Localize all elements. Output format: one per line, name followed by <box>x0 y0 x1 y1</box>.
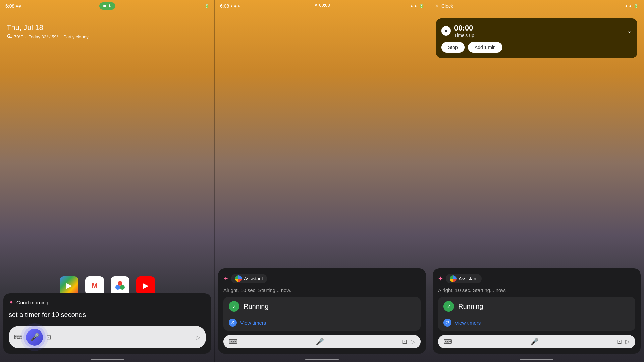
panel2-battery: 🔋 <box>419 4 424 8</box>
panel2-center-timer: ✕ 00:08 <box>314 3 330 8</box>
timer-chevron-icon[interactable]: ⌄ <box>627 27 632 35</box>
gmail-letter: M <box>92 281 98 290</box>
panel3-battery: 🔋 <box>634 4 639 8</box>
timer-x-circle: ✕ <box>441 26 451 36</box>
weather-dot2: · <box>60 34 62 39</box>
panel2-mic-wrapper: 🎤 <box>241 338 399 346</box>
panel3-wifi: ▲▲ <box>624 4 632 8</box>
panel2-mic-icon[interactable]: 🎤 <box>316 338 324 346</box>
panel2-icons: ● ◈ ⬇ <box>230 4 240 8</box>
panel3-google-icon <box>450 275 457 282</box>
panel3-assistant-text: Alright, 10 sec. Starting... now. <box>438 287 635 293</box>
panel3-view-timers-row[interactable]: ⏱ View timers <box>443 319 630 327</box>
panel2-home-bar[interactable] <box>305 359 339 360</box>
panel3-screenshot-icon[interactable]: ⊡ <box>617 338 622 345</box>
panel3-assistant-card: ✦ Assistant Alright, 10 sec. Starting...… <box>433 268 641 354</box>
timer-notification: ✕ 00:00 Time's up ⌄ Stop Add 1 min <box>436 18 637 58</box>
weather-info: 🌤 70°F · Today 82° / 59° · Partly cloudy <box>7 34 89 40</box>
panel-3: ✕ Clock ▲▲ 🔋 ✕ 00:00 Time's up ⌄ Sto <box>429 0 644 362</box>
panel1-signal-icon: ● <box>16 4 18 8</box>
gm-header: ✦ Good morning <box>9 299 206 306</box>
panel2-running-label: Running <box>244 303 269 310</box>
panel3-running-box: ✓ Running ⏱ View timers <box>438 297 635 331</box>
panel2-keyboard-icon[interactable]: ⌨ <box>229 338 237 345</box>
timer-display-time: 00:00 <box>454 24 474 33</box>
panel3-check-icon: ✓ <box>443 301 454 312</box>
timer-notif-buttons: Stop Add 1 min <box>441 42 632 53</box>
panel2-assistant-header: ✦ Assistant <box>223 274 421 283</box>
panel3-assistant-header: ✦ Assistant <box>438 274 635 283</box>
sparkle-icon: ✦ <box>9 299 14 306</box>
panel1-time: 6:08 <box>5 3 14 9</box>
add-minute-button[interactable]: Add 1 min <box>468 42 502 53</box>
panel2-view-timers-row[interactable]: ⏱ View timers <box>229 319 415 327</box>
panel2-time: 6:08 <box>220 3 229 9</box>
panel1-input-bar: ⌨ 🎤 ⊡ ▷ <box>9 326 206 348</box>
panel2-clock-icon: ⏱ <box>229 319 237 327</box>
weather-forecast: Today 82° / 59° <box>29 34 58 39</box>
panel2-status-bar: 6:08 ● ◈ ⬇ ✕ 00:08 ▲▲ 🔋 <box>215 0 429 12</box>
panel2-check-icon: ✓ <box>229 301 239 312</box>
panel3-status-icons: ▲▲ 🔋 <box>624 4 639 8</box>
photos-icon[interactable] <box>111 276 129 295</box>
timer-x-symbol: ✕ <box>314 3 318 8</box>
panel2-assistant-text: Alright, 10 sec. Starting... now. <box>223 287 421 293</box>
photos-svg <box>114 280 126 291</box>
svg-point-0 <box>118 281 122 286</box>
panel1-keyboard-icon[interactable]: ⌨ <box>14 334 23 341</box>
stop-button[interactable]: Stop <box>441 42 465 53</box>
panel2-running-box: ✓ Running ⏱ View timers <box>223 297 421 331</box>
weather-widget: Thu, Jul 18 🌤 70°F · Today 82° / 59° · P… <box>7 23 89 40</box>
panel3-mic-icon[interactable]: 🎤 <box>530 338 539 346</box>
panel3-input-bar: ⌨ 🎤 ⊡ ▷ <box>438 335 635 348</box>
panel2-google-icon <box>235 275 242 282</box>
green-pill-dot <box>103 5 106 7</box>
panel1-status-icons: 🔋 <box>204 4 209 8</box>
panel3-send-icon[interactable]: ▷ <box>625 338 630 345</box>
timer-time-info: 00:00 Time's up <box>454 24 474 38</box>
panel2-running-row: ✓ Running <box>229 301 415 315</box>
panel2-wifi: ▲▲ <box>410 4 418 8</box>
panel1-send-icon[interactable]: ▷ <box>196 334 201 341</box>
app-icons-row: ▶ M ▶ <box>0 276 215 295</box>
panel1-wifi-icon: ◈ <box>18 4 21 8</box>
timer-notif-left: ✕ 00:00 Time's up <box>441 24 474 38</box>
youtube-play: ▶ <box>143 281 149 290</box>
youtube-icon[interactable]: ▶ <box>136 276 155 295</box>
panel1-mic-animated[interactable]: 🎤 <box>26 329 43 346</box>
panel1-status-bar: 6:08 ● ◈ ⬇ 🔋 <box>0 0 215 12</box>
gm-query-text: set a timer for 10 seconds <box>9 310 206 319</box>
panel3-running-row: ✓ Running <box>443 301 630 315</box>
panel3-view-timers-text: View timers <box>455 320 481 326</box>
panel2-send-icon[interactable]: ▷ <box>411 338 415 345</box>
mic-symbol: 🎤 <box>30 333 39 342</box>
panel3-running-label: Running <box>458 303 483 310</box>
download-icon: ⬇ <box>108 4 111 8</box>
panel3-keyboard-icon[interactable]: ⌨ <box>443 338 452 345</box>
panel2-screenshot-icon[interactable]: ⊡ <box>402 338 407 345</box>
panel1-screenshot-icon[interactable]: ⊡ <box>46 334 51 341</box>
panel3-home-bar[interactable] <box>520 359 553 360</box>
panel2-assistant-badge: Assistant <box>231 274 267 283</box>
panel1-divider <box>214 0 215 362</box>
panel3-clock-icon: ⏱ <box>443 319 451 327</box>
timer-notif-header: ✕ 00:00 Time's up ⌄ <box>441 24 632 38</box>
weather-date: Thu, Jul 18 <box>7 23 89 32</box>
panel3-sparkle-icon: ✦ <box>438 275 443 282</box>
panel1-home-bar[interactable] <box>91 359 124 360</box>
panel3-assistant-badge: Assistant <box>446 274 482 283</box>
panel3-clock-name: Clock <box>441 3 453 9</box>
panel-2: 6:08 ● ◈ ⬇ ✕ 00:08 ▲▲ 🔋 ✦ Assistant Alri… <box>215 0 429 362</box>
battery-icon: 🔋 <box>204 4 209 8</box>
panel-1: 6:08 ● ◈ ⬇ 🔋 Thu, Jul 18 🌤 70°F · Today … <box>0 0 215 362</box>
play-store-icon[interactable]: ▶ <box>60 276 78 295</box>
weather-temp: 70°F <box>14 34 23 39</box>
gmail-icon[interactable]: M <box>85 276 104 295</box>
panel2-view-timers-text: View timers <box>240 320 266 326</box>
good-morning-card: ✦ Good morning set a timer for 10 second… <box>3 293 211 354</box>
weather-dot: · <box>25 34 27 39</box>
panel3-assistant-name: Assistant <box>459 276 478 281</box>
timer-times-up-label: Time's up <box>454 33 474 38</box>
panel3-mic-wrapper: 🎤 <box>455 338 613 346</box>
panel2-input-bar: ⌨ 🎤 ⊡ ▷ <box>223 335 421 348</box>
